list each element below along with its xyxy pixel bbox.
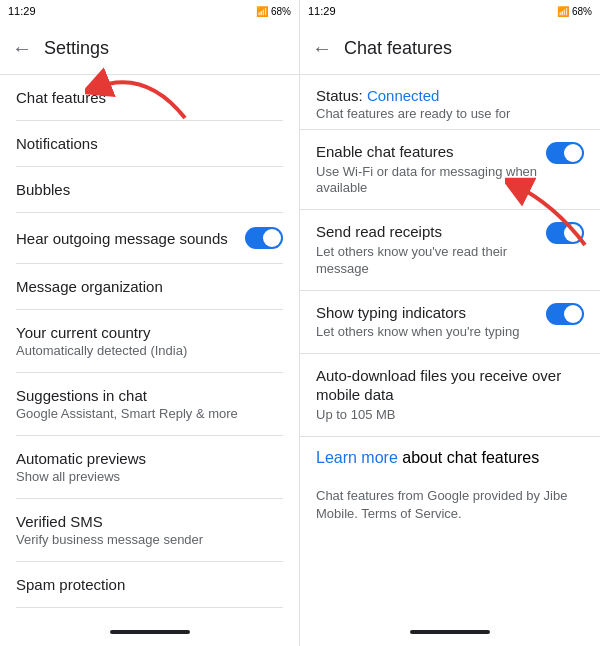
cf-item-enable-chat-text: Enable chat features Use Wi-Fi or data f… <box>316 142 546 197</box>
wifi-icon-right: 📶 <box>557 6 569 17</box>
read-receipts-title: Send read receipts <box>316 222 538 242</box>
country-subtitle: Automatically detected (India) <box>16 343 283 358</box>
status-label: Status: <box>316 87 363 104</box>
status-connected: Connected <box>367 87 440 104</box>
cf-item-typing-row: Show typing indicators Let others know w… <box>316 303 584 341</box>
settings-item-notifications[interactable]: Notifications <box>0 121 299 166</box>
cf-item-read-receipts-text: Send read receipts Let others know you'v… <box>316 222 546 277</box>
chat-features-top-bar: ← Chat features <box>300 22 600 74</box>
settings-item-chat-features[interactable]: Chat features <box>0 75 299 120</box>
status-bar-right: 11:29 📶 68% <box>300 0 600 22</box>
chat-features-title: Chat features <box>16 89 283 106</box>
settings-item-suggestions[interactable]: Suggestions in chat Google Assistant, Sm… <box>0 373 299 435</box>
back-button-chat[interactable]: ← <box>312 37 332 60</box>
cf-status-item: Status: Connected Chat features are read… <box>300 75 600 129</box>
settings-item-country[interactable]: Your current country Automatically detec… <box>0 310 299 372</box>
settings-item-bubbles[interactable]: Bubbles <box>0 167 299 212</box>
hear-outgoing-toggle[interactable] <box>245 227 283 249</box>
cf-item-read-receipts-row: Send read receipts Let others know you'v… <box>316 222 584 277</box>
enable-chat-toggle[interactable] <box>546 142 584 164</box>
right-panel: 11:29 📶 68% ← Chat features Status: Conn… <box>300 0 600 646</box>
cf-status-subtitle: Chat features are ready to use for <box>316 106 584 121</box>
battery-left: 68% <box>271 6 291 17</box>
typing-subtitle: Let others know when you're typing <box>316 324 538 341</box>
settings-item-verified-sms[interactable]: Verified SMS Verify business message sen… <box>0 499 299 561</box>
status-icons-left: 📶 68% <box>256 6 291 17</box>
read-receipts-subtitle: Let others know you've read their messag… <box>316 244 538 278</box>
settings-item-hear-outgoing[interactable]: Hear outgoing message sounds <box>0 213 299 263</box>
status-bar-left: 11:29 📶 68% <box>0 0 299 22</box>
back-button-settings[interactable]: ← <box>12 37 32 60</box>
learn-more-suffix: about chat features <box>398 449 539 466</box>
settings-item-message-org[interactable]: Message organization <box>0 264 299 309</box>
hear-outgoing-title: Hear outgoing message sounds <box>16 230 228 247</box>
spam-title: Spam protection <box>16 576 283 593</box>
home-indicator-left <box>110 630 190 634</box>
enable-chat-subtitle: Use Wi-Fi or data for messaging when ava… <box>316 164 538 198</box>
suggestions-subtitle: Google Assistant, Smart Reply & more <box>16 406 283 421</box>
message-org-title: Message organization <box>16 278 283 295</box>
suggestions-title: Suggestions in chat <box>16 387 283 404</box>
cf-item-read-receipts[interactable]: Send read receipts Let others know you'v… <box>300 210 600 289</box>
cf-item-typing-text: Show typing indicators Let others know w… <box>316 303 546 341</box>
settings-title: Settings <box>44 38 109 59</box>
cf-footer: Chat features from Google provided by Ji… <box>300 479 600 535</box>
auto-previews-title: Automatic previews <box>16 450 283 467</box>
bubbles-title: Bubbles <box>16 181 283 198</box>
status-icons-right: 📶 68% <box>557 6 592 17</box>
chat-features-list: Status: Connected Chat features are read… <box>300 75 600 622</box>
wifi-icon: 📶 <box>256 6 268 17</box>
settings-list: Chat features Notifications Bubbles Hear… <box>0 75 299 622</box>
country-title: Your current country <box>16 324 283 341</box>
chat-features-title: Chat features <box>344 38 452 59</box>
auto-previews-subtitle: Show all previews <box>16 469 283 484</box>
cf-item-enable-chat[interactable]: Enable chat features Use Wi-Fi or data f… <box>300 130 600 209</box>
left-panel: 11:29 📶 68% ← Settings Chat features Not… <box>0 0 300 646</box>
battery-right: 68% <box>572 6 592 17</box>
settings-item-advanced[interactable]: Advanced <box>0 608 299 622</box>
cf-item-learn-more[interactable]: Learn more about chat features <box>300 437 600 479</box>
enable-chat-title: Enable chat features <box>316 142 538 162</box>
bottom-bar-right <box>300 622 600 646</box>
settings-top-bar: ← Settings <box>0 22 299 74</box>
auto-download-subtitle: Up to 105 MB <box>316 407 584 424</box>
cf-item-enable-chat-row: Enable chat features Use Wi-Fi or data f… <box>316 142 584 197</box>
typing-title: Show typing indicators <box>316 303 538 323</box>
cf-item-auto-download[interactable]: Auto-download files you receive over mob… <box>300 354 600 436</box>
verified-sms-title: Verified SMS <box>16 513 283 530</box>
time-left: 11:29 <box>8 5 36 17</box>
cf-item-typing[interactable]: Show typing indicators Let others know w… <box>300 291 600 353</box>
time-right: 11:29 <box>308 5 336 17</box>
read-receipts-toggle[interactable] <box>546 222 584 244</box>
home-indicator-right <box>410 630 490 634</box>
verified-sms-subtitle: Verify business message sender <box>16 532 283 547</box>
notifications-title: Notifications <box>16 135 283 152</box>
settings-item-auto-previews[interactable]: Automatic previews Show all previews <box>0 436 299 498</box>
learn-more-link[interactable]: Learn more <box>316 449 398 466</box>
bottom-bar-left <box>0 622 299 646</box>
typing-toggle[interactable] <box>546 303 584 325</box>
cf-status-title: Status: Connected <box>316 87 584 104</box>
settings-item-spam[interactable]: Spam protection <box>0 562 299 607</box>
auto-download-title: Auto-download files you receive over mob… <box>316 366 584 405</box>
